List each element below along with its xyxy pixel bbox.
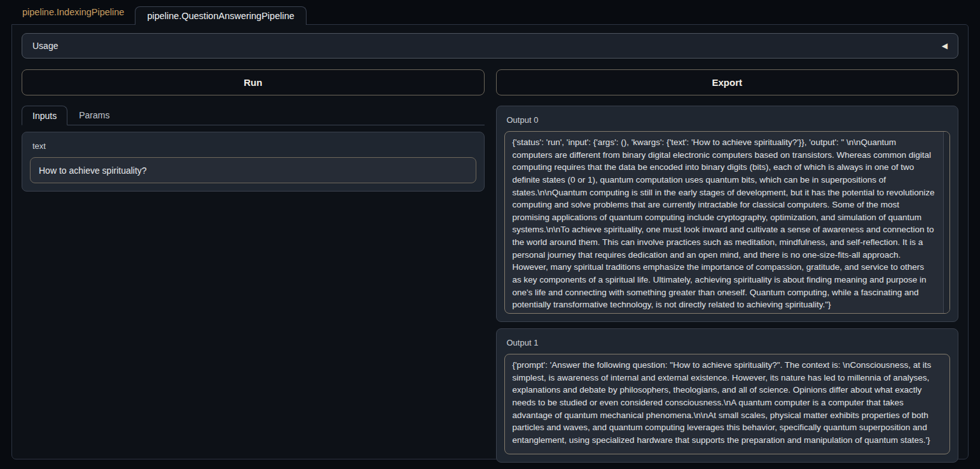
content-row: Inputs Params text Output 0 {'status': '… [22,106,958,469]
accordion-collapse-icon: ◀ [942,41,948,50]
tab-inputs[interactable]: Inputs [22,106,67,125]
usage-accordion-header[interactable]: Usage ◀ [22,33,958,59]
output-0-scrollbar[interactable] [943,132,949,313]
outputs-column: Output 0 {'status': 'run', 'input': {'ar… [496,106,959,469]
usage-accordion-label: Usage [32,41,58,51]
inputs-tab-content: text [22,125,485,192]
tab-indexing-pipeline[interactable]: pipeline.IndexingPipeline [11,7,135,24]
output-1-wrap: {'prompt': 'Answer the following questio… [504,354,951,454]
text-input[interactable] [30,157,476,183]
export-button[interactable]: Export [496,69,959,95]
io-tabbar: Inputs Params [22,106,485,125]
tab-question-answering-pipeline[interactable]: pipeline.QuestionAnsweringPipeline [135,6,306,25]
output-1-label: Output 1 [507,338,951,347]
output-0-textarea[interactable]: {'status': 'run', 'input': {'args': (), … [504,131,951,314]
inputs-column: Inputs Params text [22,106,485,192]
pipeline-tab-panel: Usage ◀ Run Export Inputs Params text Ou… [11,24,969,459]
text-field-label: text [32,141,476,151]
output-1-group: Output 1 {'prompt': 'Answer the followin… [496,328,959,463]
output-0-label: Output 0 [507,115,951,125]
action-button-row: Run Export [22,69,958,95]
pipeline-tabbar: pipeline.IndexingPipeline pipeline.Quest… [0,0,980,24]
tab-params[interactable]: Params [67,110,121,125]
run-button[interactable]: Run [22,69,485,95]
text-input-group: text [22,132,485,192]
output-0-group: Output 0 {'status': 'run', 'input': {'ar… [496,106,959,322]
output-0-wrap: {'status': 'run', 'input': {'args': (), … [504,131,951,314]
output-1-textarea[interactable]: {'prompt': 'Answer the following questio… [504,354,951,454]
